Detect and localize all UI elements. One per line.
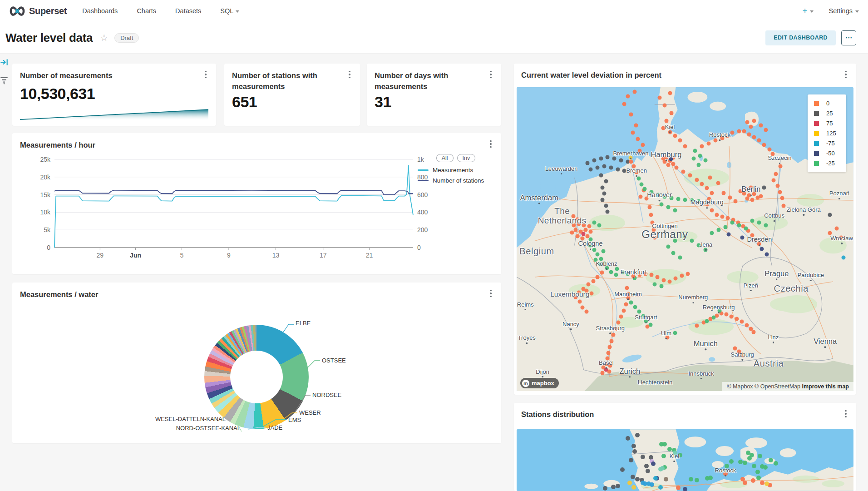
station-dot — [600, 271, 604, 275]
station-dot — [598, 262, 602, 266]
map-legend-item[interactable]: -50 — [814, 150, 840, 157]
card-menu-kebab-icon[interactable] — [841, 408, 851, 419]
station-dot — [637, 273, 641, 277]
map-label: Belgium — [519, 246, 554, 256]
city-dot — [803, 214, 804, 216]
map-legend-item[interactable]: 125 — [814, 130, 840, 137]
station-dot — [663, 194, 667, 198]
station-dot — [764, 128, 768, 132]
station-dot — [678, 255, 682, 259]
map-legend-item[interactable]: -25 — [814, 160, 840, 167]
map-legend: 02575125-75-50-25 — [808, 94, 846, 172]
station-dot — [695, 324, 699, 328]
station-dot — [708, 175, 712, 179]
station-dot — [737, 129, 741, 134]
nav-item-dashboards[interactable]: Dashboards — [82, 7, 118, 15]
station-dot — [754, 188, 758, 192]
station-dot — [611, 333, 615, 337]
nav-item-datasets[interactable]: Datasets — [175, 7, 201, 15]
station-dot — [696, 199, 700, 203]
station-dot — [720, 136, 724, 140]
map-legend-item[interactable]: 75 — [814, 120, 840, 127]
mapbox-attribution-link[interactable]: © Mapbox — [727, 383, 753, 390]
station-dot — [577, 290, 581, 294]
card-menu-kebab-icon[interactable] — [486, 139, 496, 149]
station-dot — [632, 90, 636, 94]
filter-funnel-icon[interactable] — [0, 76, 8, 84]
favorite-star-icon[interactable]: ☆ — [100, 32, 108, 43]
map-legend-item[interactable]: 25 — [814, 110, 840, 117]
station-dot — [668, 130, 672, 134]
station-dot — [700, 182, 704, 186]
legend-pill-all[interactable]: All — [436, 154, 454, 162]
station-dot — [778, 164, 782, 168]
card-menu-kebab-icon[interactable] — [486, 288, 496, 299]
new-item-button[interactable]: + — [802, 6, 813, 16]
station-dot — [678, 453, 682, 457]
more-options-button[interactable]: ⋯ — [841, 30, 856, 45]
station-dot — [632, 164, 636, 168]
nav-item-sql[interactable]: SQL — [220, 7, 239, 15]
legend-pill-inv[interactable]: Inv — [457, 154, 476, 162]
station-dot — [745, 120, 750, 124]
nav-item-charts[interactable]: Charts — [137, 7, 156, 15]
station-dot — [599, 174, 603, 178]
chart-legend: AllInv MeasurementsNumber of stations — [418, 154, 494, 188]
mapbox-logo[interactable]: m mapbox — [520, 378, 559, 388]
station-dot — [625, 286, 629, 290]
station-dot — [616, 321, 621, 325]
station-dot — [737, 350, 741, 354]
status-badge: Draft — [114, 33, 139, 43]
expand-filters-icon[interactable] — [0, 58, 8, 66]
station-dot — [606, 155, 610, 159]
station-dot — [683, 487, 687, 491]
map-label: Innsbruck — [688, 371, 714, 380]
improve-map-link[interactable]: Improve this map — [802, 383, 849, 390]
map-label: Prague — [764, 269, 789, 280]
station-dot — [639, 183, 643, 187]
station-dot — [604, 368, 608, 372]
svg-text:20k: 20k — [40, 174, 51, 181]
station-dot — [725, 464, 729, 468]
station-dot — [592, 248, 596, 252]
station-dot — [673, 331, 677, 335]
stations-map-canvas[interactable]: KielRostock — [517, 429, 853, 491]
city-dot — [538, 203, 540, 204]
city-dot — [774, 220, 775, 222]
superset-logo[interactable]: Superset — [9, 6, 67, 16]
city-dot — [773, 342, 774, 343]
legend-item[interactable]: Number of stations — [418, 177, 494, 184]
map-label: Amsterdam — [520, 193, 558, 204]
svg-text:400: 400 — [417, 208, 428, 216]
station-dot — [666, 163, 670, 167]
card-menu-kebab-icon[interactable] — [201, 69, 211, 80]
station-dot — [642, 187, 646, 191]
card-menu-kebab-icon[interactable] — [345, 69, 355, 80]
station-dot — [602, 262, 606, 266]
station-dot — [703, 158, 707, 162]
station-dot — [668, 91, 672, 95]
station-dot — [739, 189, 743, 193]
card-title: Number of days with measurements — [375, 70, 479, 92]
card-number-of-stations: Number of stations with measurements 651 — [224, 64, 360, 126]
map-legend-item[interactable]: 0 — [814, 100, 840, 107]
station-dot — [575, 234, 579, 238]
station-dot — [587, 282, 591, 286]
station-dot — [604, 179, 608, 184]
deviation-map-canvas[interactable]: LeeuwardenAmsterdamThe NetherlandsBelgiu… — [517, 87, 853, 391]
card-menu-kebab-icon[interactable] — [486, 69, 496, 80]
settings-menu[interactable]: Settings — [829, 7, 859, 15]
station-dot — [696, 163, 700, 167]
osm-attribution-link[interactable]: © OpenStreetMap — [755, 383, 800, 390]
station-dot — [635, 170, 639, 174]
station-dot — [673, 208, 677, 212]
edit-dashboard-button[interactable]: EDIT DASHBOARD — [765, 30, 836, 45]
chart-title: Measurements / water — [20, 289, 493, 300]
legend-value-label: 0 — [826, 100, 840, 107]
station-dot — [649, 273, 653, 277]
legend-item[interactable]: Measurements — [418, 167, 494, 174]
map-legend-item[interactable]: -75 — [814, 140, 840, 147]
chevron-down-icon — [236, 10, 239, 13]
card-menu-kebab-icon[interactable] — [841, 69, 851, 80]
station-dot — [698, 154, 702, 158]
